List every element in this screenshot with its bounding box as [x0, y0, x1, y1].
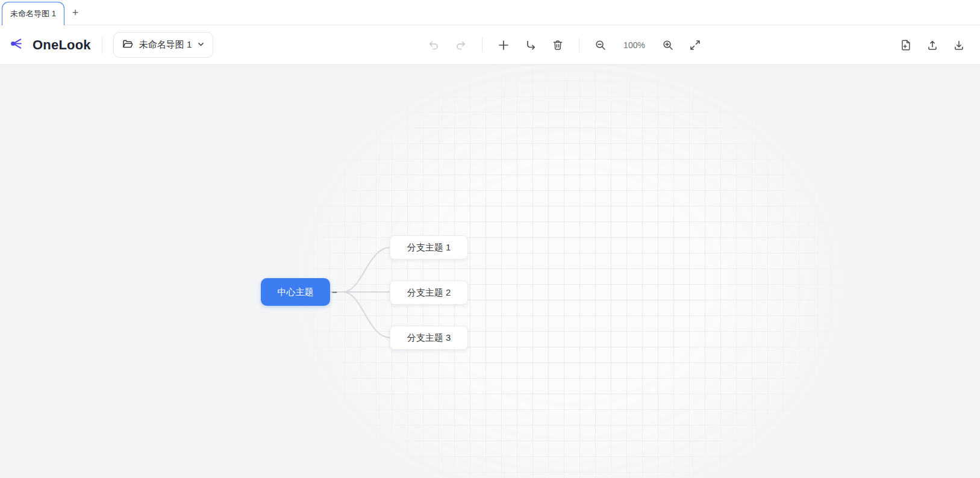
- branch-node-1[interactable]: 分支主题 1: [390, 235, 468, 259]
- mindmap-logo-icon: [10, 36, 26, 54]
- tools-divider: [579, 37, 579, 52]
- delete-node-icon[interactable]: [552, 39, 564, 51]
- branch-node-2[interactable]: 分支主题 2: [390, 281, 468, 305]
- app-window: 未命名导图 1 + OneLook 未命名导图 1: [0, 0, 980, 478]
- new-document-icon[interactable]: [900, 39, 912, 51]
- file-menu-button[interactable]: 未命名导图 1: [113, 32, 214, 58]
- branch-node-3[interactable]: 分支主题 3: [390, 326, 468, 350]
- mindmap-canvas[interactable]: 中心主题 – 分支主题 1 分支主题 2 分支主题 3: [0, 65, 980, 478]
- zoom-in-icon[interactable]: [662, 39, 674, 51]
- brand-name: OneLook: [33, 37, 91, 53]
- tab-bar: 未命名导图 1 +: [0, 0, 980, 25]
- tab-active[interactable]: 未命名导图 1: [2, 2, 64, 25]
- add-child-node-icon[interactable]: [525, 39, 537, 51]
- download-export-icon[interactable]: [953, 39, 965, 51]
- toolbar: OneLook 未命名导图 1: [0, 25, 980, 65]
- tools-divider: [482, 37, 482, 52]
- zoom-level: 100%: [622, 40, 647, 50]
- tab-title: 未命名导图 1: [10, 8, 56, 19]
- file-menu-label: 未命名导图 1: [139, 39, 192, 51]
- branch-node-label: 分支主题 2: [407, 287, 451, 299]
- undo-icon[interactable]: [428, 39, 440, 51]
- chevron-down-icon: [197, 40, 205, 50]
- add-node-icon[interactable]: [498, 39, 510, 51]
- upload-import-icon[interactable]: [926, 39, 938, 51]
- new-tab-button[interactable]: +: [69, 6, 82, 19]
- collapse-indicator[interactable]: –: [330, 287, 339, 296]
- folder-open-icon: [122, 38, 134, 52]
- zoom-out-icon[interactable]: [595, 39, 607, 51]
- expand-fullscreen-icon[interactable]: [689, 39, 701, 51]
- branch-node-label: 分支主题 1: [407, 242, 451, 253]
- brand: OneLook: [10, 36, 91, 54]
- redo-icon[interactable]: [455, 39, 467, 51]
- branch-connectors: [0, 65, 980, 478]
- file-actions: [900, 25, 965, 64]
- canvas-tools: 100%: [428, 25, 701, 64]
- branch-node-label: 分支主题 3: [407, 332, 451, 344]
- root-node-label: 中心主题: [278, 287, 314, 298]
- root-node[interactable]: 中心主题: [261, 278, 330, 306]
- toolbar-divider: [102, 36, 102, 54]
